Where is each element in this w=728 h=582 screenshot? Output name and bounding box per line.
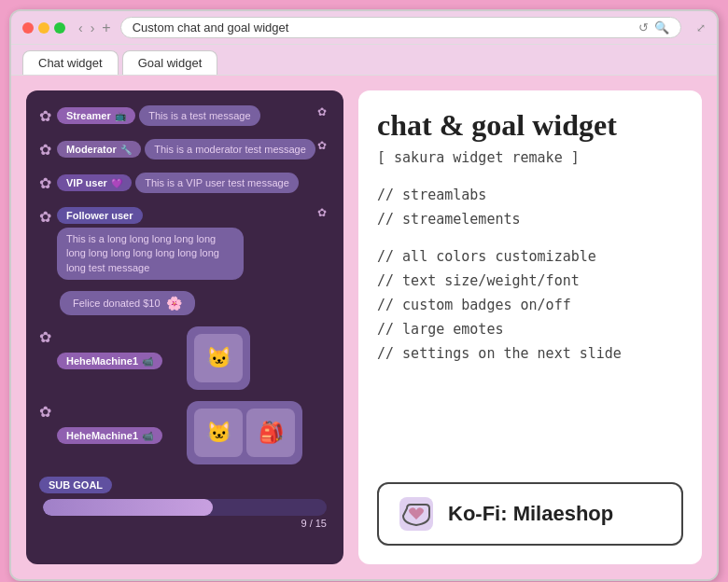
chat-bubble-group-3: VIP user 💜 This is a VIP user test messa… — [57, 173, 330, 195]
browser-content: ✿ Streamer 📺 This is a test message ✿ — [11, 76, 717, 579]
feature-badges: // custom badges on/off — [377, 297, 683, 313]
chat-bubble-group-4: Follower user This is a long long long l… — [57, 206, 330, 280]
search-icon[interactable]: 🔍 — [654, 21, 669, 35]
sakura-deco-2: ✿ — [317, 139, 327, 152]
feature-emotes: // large emotes — [377, 321, 683, 338]
sakura-deco-1: ✿ — [317, 105, 327, 118]
chat-message-moderator: ✿ Moderator 🔧 This is a moderator test m… — [39, 139, 330, 161]
address-text: Custom chat and goal widget — [133, 21, 289, 35]
info-panel: chat & goal widget [ sakura widget remak… — [358, 90, 702, 564]
streamer-badge-icon: 📺 — [115, 111, 126, 121]
feature-streamelements: // streamelements — [377, 211, 683, 228]
spacer-2 — [377, 235, 683, 241]
nav-buttons: ‹ › + — [77, 20, 113, 36]
vip-badge-icon: 💜 — [111, 178, 122, 188]
kofi-text: Ko-Fi: Milaeshop — [448, 502, 613, 526]
kofi-box[interactable]: Ko-Fi: Milaeshop — [377, 482, 683, 546]
chat-bubble-group-5: HeheMachine1 📹 🐱 — [57, 326, 330, 390]
reload-icon[interactable]: ↺ — [638, 21, 649, 35]
message-bubble-1: This is a test message — [139, 105, 259, 126]
username-badge-follower: Follower user — [57, 207, 143, 224]
chat-bubble-group-1: Streamer 📺 This is a test message — [57, 105, 330, 128]
sakura-icon-1: ✿ — [39, 107, 51, 125]
subtitle: [ sakura widget remake ] — [377, 149, 683, 166]
chat-message-vip: ✿ VIP user 💜 This is a VIP user test mes… — [39, 173, 330, 195]
kofi-icon — [398, 495, 435, 533]
sakura-deco-4: ✿ — [317, 206, 327, 219]
sakura-icon-4: ✿ — [39, 208, 51, 226]
emote-image-2b: 🎒 — [246, 409, 295, 457]
donation-message: Felice donated $10 🌸 — [60, 291, 195, 315]
emote-image-2a: 🐱 — [194, 409, 243, 457]
browser-tabs: Chat widget Goal widget — [11, 45, 717, 76]
message-bubble-3: This is a VIP user test message — [135, 173, 298, 193]
goal-bar-fill — [43, 499, 213, 516]
feature-colors: // all colors customizable — [377, 248, 683, 265]
spacer-3 — [377, 369, 683, 375]
chat-message-streamer: ✿ Streamer 📺 This is a test message ✿ — [39, 105, 330, 128]
sakura-icon-2: ✿ — [39, 141, 51, 159]
emote-image-1: 🐱 — [194, 334, 243, 382]
goal-progress-text: 9 / 15 — [43, 518, 327, 529]
goal-bar-background — [43, 499, 327, 516]
expand-button[interactable]: ⤢ — [696, 21, 706, 35]
tab-chat-widget[interactable]: Chat widget — [22, 50, 119, 75]
tab-goal-widget[interactable]: Goal widget — [122, 50, 218, 75]
chat-items-container: ✿ Streamer 📺 This is a test message ✿ — [39, 105, 330, 529]
username-badge-streamer: Streamer 📺 — [57, 107, 135, 124]
feature-settings: // settings on the next slide — [377, 345, 683, 362]
sakura-icon-5: ✿ — [39, 328, 51, 346]
browser-frame: ‹ › + Custom chat and goal widget ↺ 🔍 ⤢ … — [9, 9, 719, 581]
emote1-badge-icon: 📹 — [142, 356, 153, 367]
spacer-1 — [377, 173, 683, 179]
donation-icon: 🌸 — [166, 296, 182, 311]
browser-titlebar: ‹ › + Custom chat and goal widget ↺ 🔍 ⤢ — [11, 11, 717, 45]
chat-bubble-group-6: HeheMachine1 📹 🐱 🎒 — [57, 401, 330, 464]
chat-bubble-group-2: Moderator 🔧 This is a moderator test mes… — [57, 139, 330, 161]
message-bubble-4: This is a long long long long long long … — [57, 228, 244, 280]
moderator-badge-icon: 🔧 — [120, 145, 132, 155]
sub-goal-label: SUB GOAL — [39, 477, 112, 493]
address-bar[interactable]: Custom chat and goal widget ↺ 🔍 — [120, 17, 681, 38]
back-button[interactable]: ‹ — [77, 20, 85, 36]
sakura-icon-3: ✿ — [39, 174, 51, 192]
chat-panel: ✿ Streamer 📺 This is a test message ✿ — [26, 90, 343, 564]
chat-message-follower: ✿ Follower user This is a long long long… — [39, 206, 330, 280]
main-title: chat & goal widget — [377, 109, 683, 142]
username-badge-vip: VIP user 💜 — [57, 174, 132, 191]
emote-box-2: 🐱 🎒 — [187, 401, 302, 464]
username-badge-emote-1: HeheMachine1 📹 — [57, 353, 162, 369]
goal-bar-container: 9 / 15 — [43, 499, 327, 529]
maximize-button[interactable] — [54, 22, 65, 34]
emote-box-1: 🐱 — [187, 326, 250, 390]
chat-message-emote-2: ✿ HeheMachine1 📹 🐱 🎒 — [39, 401, 330, 464]
forward-button[interactable]: › — [89, 20, 97, 36]
close-button[interactable] — [22, 22, 34, 34]
username-badge-moderator: Moderator 🔧 — [57, 141, 141, 158]
sakura-icon-6: ✿ — [39, 403, 51, 421]
message-bubble-2: This is a moderator test message — [145, 139, 315, 159]
sub-goal-section: SUB GOAL 9 / 15 — [39, 476, 330, 529]
traffic-lights — [22, 22, 65, 34]
emote-pair: 🐱 🎒 — [194, 409, 295, 457]
address-icons: ↺ 🔍 — [638, 21, 669, 35]
feature-streamlabs: // streamlabs — [377, 187, 683, 203]
chat-message-emote-1: ✿ HeheMachine1 📹 🐱 — [39, 326, 330, 390]
add-tab-button[interactable]: + — [100, 20, 112, 36]
username-badge-emote-2: HeheMachine1 📹 — [57, 427, 162, 444]
feature-text: // text size/weight/font — [377, 272, 683, 289]
emote2-badge-icon: 📹 — [142, 431, 153, 441]
minimize-button[interactable] — [38, 22, 49, 34]
